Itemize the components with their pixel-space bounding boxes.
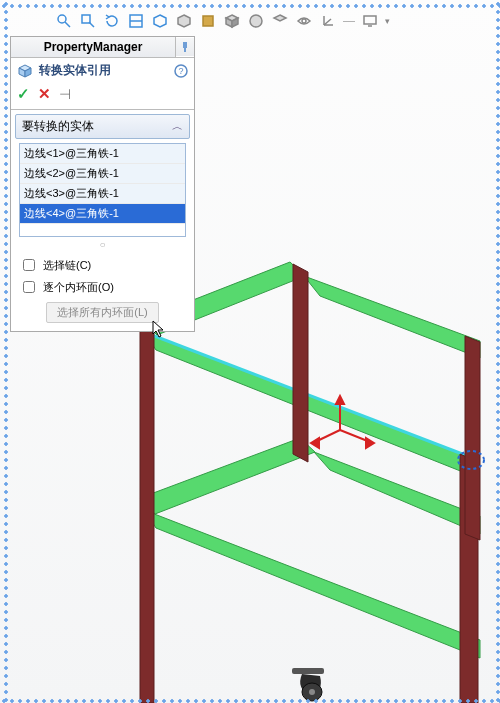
svg-point-32 bbox=[250, 15, 262, 27]
toolbar-separator: — bbox=[343, 14, 355, 28]
chain-checkbox-label: 选择链(C) bbox=[43, 258, 91, 273]
svg-marker-47 bbox=[153, 321, 163, 337]
panel-pushpin-button[interactable] bbox=[176, 38, 194, 56]
section-header-entities[interactable]: 要转换的实体 ︿ bbox=[15, 114, 190, 139]
selection-target-icon: ○ bbox=[11, 239, 194, 250]
svg-text:?: ? bbox=[178, 66, 183, 76]
svg-marker-2 bbox=[304, 276, 480, 358]
monitor-icon[interactable] bbox=[361, 12, 379, 30]
panel-title: PropertyManager bbox=[11, 37, 176, 57]
svg-rect-17 bbox=[292, 668, 324, 674]
chain-checkbox[interactable] bbox=[23, 259, 35, 271]
zoom-fit-icon[interactable] bbox=[55, 12, 73, 30]
svg-marker-6 bbox=[140, 324, 154, 703]
hide-show-icon[interactable] bbox=[295, 12, 313, 30]
scene-cube-icon[interactable] bbox=[223, 12, 241, 30]
section-title: 要转换的实体 bbox=[22, 118, 94, 135]
svg-line-37 bbox=[324, 19, 331, 25]
svg-marker-27 bbox=[178, 15, 190, 27]
svg-marker-4 bbox=[140, 438, 315, 514]
svg-marker-14 bbox=[366, 438, 374, 448]
svg-rect-28 bbox=[203, 16, 213, 26]
list-item[interactable]: 边线<3>@三角铁-1 bbox=[20, 184, 185, 204]
svg-marker-13 bbox=[336, 396, 344, 404]
svg-point-20 bbox=[58, 15, 66, 23]
display-style-icon[interactable] bbox=[175, 12, 193, 30]
section-icon[interactable] bbox=[199, 12, 217, 30]
mouse-cursor-icon bbox=[152, 320, 166, 338]
triad-icon[interactable] bbox=[319, 12, 337, 30]
svg-rect-38 bbox=[364, 16, 376, 24]
feature-title: 转换实体引用 bbox=[39, 62, 168, 79]
list-empty-area[interactable] bbox=[20, 224, 185, 236]
cancel-button[interactable]: ✕ bbox=[38, 85, 51, 103]
preview-pin-button[interactable]: ⊣ bbox=[59, 86, 71, 102]
loop-checkbox[interactable] bbox=[23, 281, 35, 293]
heads-up-toolbar: — ▾ bbox=[55, 10, 470, 32]
entities-listbox[interactable]: 边线<1>@三角铁-1 边线<2>@三角铁-1 边线<3>@三角铁-1 边线<4… bbox=[19, 143, 186, 237]
collapse-chevron-icon[interactable]: ︿ bbox=[172, 119, 183, 134]
svg-line-23 bbox=[89, 22, 94, 27]
chain-checkbox-row[interactable]: 选择链(C) bbox=[11, 254, 194, 276]
list-item[interactable]: 边线<2>@三角铁-1 bbox=[20, 164, 185, 184]
svg-marker-26 bbox=[154, 15, 166, 27]
list-item[interactable]: 边线<4>@三角铁-1 bbox=[20, 204, 185, 224]
help-icon[interactable]: ? bbox=[174, 64, 188, 78]
loop-checkbox-label: 逐个内环面(O) bbox=[43, 280, 114, 295]
svg-marker-15 bbox=[311, 438, 319, 448]
svg-rect-40 bbox=[183, 42, 187, 48]
edit-appearance-icon[interactable] bbox=[271, 12, 289, 30]
scan-icon[interactable] bbox=[127, 12, 145, 30]
svg-marker-1 bbox=[144, 332, 478, 478]
feature-cube-icon bbox=[17, 63, 33, 79]
appearance-icon[interactable] bbox=[247, 12, 265, 30]
svg-rect-22 bbox=[82, 15, 90, 23]
ok-button[interactable]: ✓ bbox=[17, 85, 30, 103]
loop-checkbox-row[interactable]: 逐个内环面(O) bbox=[11, 276, 194, 298]
list-item[interactable]: 边线<1>@三角铁-1 bbox=[20, 144, 185, 164]
dropdown-chevron-icon[interactable]: ▾ bbox=[385, 16, 390, 26]
svg-point-34 bbox=[302, 19, 306, 23]
svg-point-19 bbox=[309, 689, 315, 695]
svg-marker-3 bbox=[144, 510, 480, 658]
svg-marker-9 bbox=[465, 336, 480, 540]
zoom-area-icon[interactable] bbox=[79, 12, 97, 30]
svg-marker-7 bbox=[293, 264, 308, 462]
rotate-icon[interactable] bbox=[103, 12, 121, 30]
property-manager-panel: PropertyManager 转换实体引用 ? ✓ ✕ ⊣ 要转换的实体 ︿ … bbox=[10, 36, 195, 332]
svg-marker-33 bbox=[274, 15, 286, 21]
svg-line-21 bbox=[65, 22, 70, 27]
view-orientation-icon[interactable] bbox=[151, 12, 169, 30]
select-all-inner-loops-button: 选择所有内环面(L) bbox=[46, 302, 158, 323]
